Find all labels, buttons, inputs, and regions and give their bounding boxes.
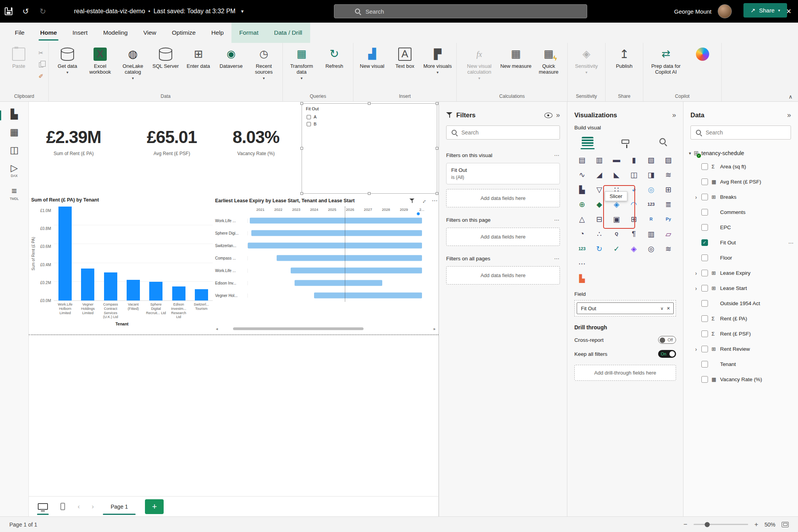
resize-handle[interactable] — [300, 102, 303, 105]
resize-handle[interactable] — [436, 102, 438, 105]
visual-paginated-report-icon[interactable]: ▥ — [643, 226, 660, 241]
visual-q-and-a-icon[interactable]: Q — [608, 226, 625, 241]
gantt-bar[interactable] — [248, 243, 422, 249]
gantt-bar[interactable] — [314, 293, 422, 299]
data-field-row[interactable]: › ⊞ Rent Review ⋯ — [683, 341, 798, 357]
global-search-input[interactable]: Search — [334, 4, 587, 18]
gantt-horizontal-scrollbar[interactable]: ◄ ► — [215, 326, 436, 331]
data-field-row[interactable]: Σ Rent (£ PA) ⋯ — [683, 311, 798, 326]
field-checkbox[interactable] — [701, 285, 708, 292]
copilot-button[interactable]: ▾ — [686, 44, 719, 64]
field-more-options-icon[interactable]: ⋯ — [788, 240, 794, 246]
analytics-tab[interactable] — [654, 134, 671, 148]
field-checkbox[interactable] — [701, 376, 708, 383]
data-field-row[interactable]: Comments ⋯ — [683, 205, 798, 220]
field-well[interactable]: Fit Out ∨ ✕ — [574, 300, 676, 316]
field-checkbox[interactable] — [701, 361, 708, 368]
enter-data-button[interactable]: Enter data ▾ — [182, 44, 215, 69]
add-data-fields-drop-target[interactable]: Add data fields here — [446, 228, 560, 246]
sql-server-button[interactable]: SQL Server ▾ — [149, 44, 182, 69]
visual-stacked-area-chart-icon[interactable]: ◣ — [608, 167, 625, 182]
visual-clustered-column-chart-icon[interactable]: ▮ — [625, 152, 642, 167]
visual-matrix-icon[interactable]: ⊞ — [625, 212, 642, 226]
zoom-slider[interactable] — [694, 524, 748, 525]
format-painter-icon[interactable]: ✐ — [36, 72, 46, 81]
visual-custom-visual-imported-icon[interactable]: ▙ — [574, 271, 591, 286]
resize-handle[interactable] — [368, 192, 371, 195]
visual-map-icon[interactable]: ⊕ — [574, 197, 591, 212]
prep-data-copilot-button[interactable]: Prep data for Copilot AI ▾ — [646, 44, 686, 75]
recent-sources-button[interactable]: Recent sources ▾ — [247, 44, 280, 80]
desktop-layout-button[interactable] — [32, 497, 54, 516]
visual-decomposition-tree-icon[interactable]: ∴ — [591, 226, 608, 241]
gantt-row[interactable]: Work.Life ... — [215, 214, 438, 227]
resize-handle[interactable] — [300, 192, 303, 195]
slicer-checkbox[interactable] — [307, 115, 311, 119]
tab-file[interactable]: File — [7, 23, 32, 43]
field-checkbox[interactable] — [701, 255, 708, 261]
expand-chevron-icon[interactable]: › — [695, 285, 701, 292]
visual-python-visual-icon[interactable]: Py — [660, 212, 677, 226]
data-field-row[interactable]: › ⊞ Lease Start ⋯ — [683, 281, 798, 296]
data-field-row[interactable]: Outside 1954 Act ⋯ — [683, 296, 798, 311]
visual-slicer-icon[interactable]: ▣ — [608, 212, 625, 226]
collapse-filters-pane-icon[interactable]: » — [556, 111, 560, 119]
undo-button[interactable]: ↺ — [17, 0, 34, 23]
kpi-card-sum-of-rent[interactable]: £2.39M Sum of Rent (£ PA) — [33, 127, 115, 156]
slicer-checkbox[interactable] — [307, 122, 311, 126]
data-field-row[interactable]: EPC ⋯ — [683, 220, 798, 235]
quick-measure-button[interactable]: Quick measure ▾ — [532, 44, 565, 75]
title-dropdown-caret-icon[interactable]: ▼ — [240, 9, 244, 14]
data-field-row[interactable]: Σ Rent (£ PSF) ⋯ — [683, 326, 798, 341]
collapse-ribbon-icon[interactable]: ∧ — [789, 94, 793, 100]
visual-flow-visual-icon[interactable]: ≋ — [660, 241, 677, 256]
gantt-bar[interactable] — [250, 218, 422, 224]
visual-metrics-icon[interactable]: ✓ — [608, 241, 625, 256]
more-visuals-button[interactable]: More visuals ▾ — [421, 44, 454, 74]
sensitivity-button[interactable]: Sensitivity ▾ — [570, 44, 603, 74]
gantt-row[interactable]: Sphere Digi... — [215, 227, 438, 239]
visual-multi-row-card-icon[interactable]: ≣ — [660, 197, 677, 212]
visual-more-visuals-options-icon[interactable]: ⋯ — [574, 256, 591, 271]
data-field-row[interactable]: ▦ Vacancy Rate (%) ⋯ — [683, 372, 798, 387]
new-measure-button[interactable]: New measure ▾ — [500, 44, 532, 69]
field-pill-remove-icon[interactable]: ✕ — [667, 306, 670, 311]
refresh-button[interactable]: Refresh ▾ — [318, 44, 351, 69]
bar[interactable] — [172, 286, 185, 300]
gantt-row[interactable]: Vegner Hol... — [215, 289, 438, 302]
table-node-tenancy-schedule[interactable]: ▾ ⊞ tenancy-schedule — [683, 146, 798, 159]
visual-stacked-bar-chart-icon[interactable]: ▤ — [574, 152, 591, 167]
gantt-bar[interactable] — [277, 255, 422, 261]
tab-insert[interactable]: Insert — [65, 23, 95, 43]
tab-modeling[interactable]: Modeling — [95, 23, 136, 43]
redo-button[interactable]: ↻ — [34, 0, 51, 23]
gantt-row[interactable]: Edison Inv... — [215, 277, 438, 289]
visual-stacked-column-chart-icon[interactable]: ▥ — [591, 152, 608, 167]
field-checkbox[interactable] — [701, 163, 708, 170]
cross-report-toggle[interactable]: Off — [658, 336, 676, 344]
new-visual-button[interactable]: New visual ▾ — [356, 44, 388, 69]
transform-data-button[interactable]: Transform data ▾ — [285, 44, 318, 80]
collapse-table-chevron-icon[interactable]: ▾ — [689, 151, 691, 156]
field-checkbox[interactable] — [701, 331, 708, 337]
gantt-bar[interactable] — [251, 230, 422, 236]
visual-100-stacked-column-chart-icon[interactable]: ▨ — [660, 152, 677, 167]
scroll-left-icon[interactable]: ◄ — [215, 327, 219, 331]
visual-power-apps-icon[interactable]: ▱ — [660, 226, 677, 241]
kpi-card-vacancy-rate[interactable]: 8.03% Vacancy Rate (%) — [215, 127, 297, 156]
field-checkbox[interactable] — [701, 315, 708, 322]
visual-clustered-bar-chart-icon[interactable]: ▬ — [608, 152, 625, 167]
visual-pie-chart-icon[interactable]: ◕ — [625, 182, 642, 197]
scrollbar-thumb[interactable] — [233, 327, 364, 330]
visual-line-and-clustered-column-chart-icon[interactable]: ◨ — [643, 167, 660, 182]
collapse-data-pane-icon[interactable]: » — [787, 111, 791, 119]
bar[interactable] — [149, 282, 162, 300]
zoom-out-button[interactable]: − — [683, 521, 687, 528]
text-box-button[interactable]: Text box ▾ — [388, 44, 421, 69]
expand-chevron-icon[interactable]: › — [695, 346, 701, 352]
onelake-catalog-button[interactable]: OneLake catalog ▾ — [117, 44, 149, 80]
dax-query-view-button[interactable]: ▷DAX — [5, 163, 24, 178]
keep-all-filters-toggle[interactable]: On — [658, 350, 676, 358]
focus-mode-icon[interactable]: ↔ — [419, 196, 427, 205]
gantt-bar[interactable] — [295, 280, 383, 286]
